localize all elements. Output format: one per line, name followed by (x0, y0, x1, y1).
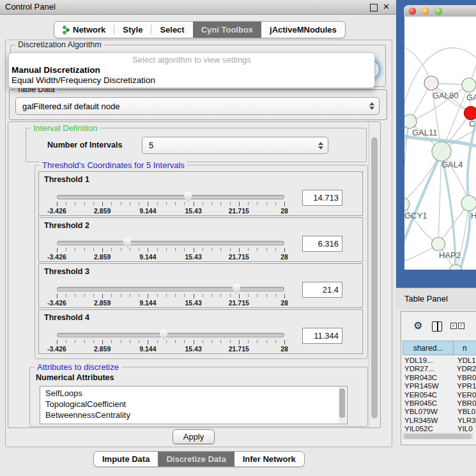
slider-tick-labels: -3.426 2.859 9.144 15.43 21.715 28 (57, 299, 284, 307)
slider-tick-labels: -3.426 2.859 9.144 15.43 21.715 28 (57, 345, 284, 353)
table-rows: YDL19...YDL1 YDR27...YDR2 YBR043CYBR0 YP… (403, 357, 476, 433)
window-close-traffic-icon[interactable] (409, 8, 416, 15)
control-panel-tabbar: Network Style Select Cyni Toolbox jActiv… (54, 21, 346, 38)
window-minimize-traffic-icon[interactable] (422, 8, 429, 15)
threshold-4-slider[interactable]: -3.426 2.859 9.144 15.43 21.715 28 (57, 330, 284, 352)
node-label: H (471, 211, 476, 220)
threshold-2-panel: Threshold 2 -3.426 2.859 9.144 15.43 21.… (38, 217, 363, 262)
network-icon (63, 26, 70, 35)
checkbox-icon[interactable]: ✓ (458, 323, 464, 329)
node-gcy1[interactable] (404, 198, 410, 211)
slider-minor-ticks (57, 340, 284, 343)
threshold-4-panel: Threshold 4 -3.426 2.859 9.144 15.43 21.… (38, 309, 363, 354)
slider-minor-ticks (57, 202, 284, 205)
table-row[interactable]: YBL079WYBL0 (403, 408, 476, 416)
threshold-2-label: Threshold 2 (44, 221, 89, 230)
attributes-list[interactable]: SelfLoops TopologicalCoefficient Between… (40, 386, 348, 424)
node-h[interactable] (461, 196, 476, 211)
settings-scrollbar[interactable] (369, 122, 380, 426)
node-label: C (469, 119, 475, 128)
node-ga[interactable] (462, 78, 476, 92)
list-item[interactable]: TopologicalCoefficient (40, 399, 347, 410)
scrollbar-thumb[interactable] (339, 388, 345, 418)
threshold-1-label: Threshold 1 (44, 175, 89, 184)
table-data-value: galFiltered.sif default node (22, 98, 119, 114)
table-data-combobox[interactable]: galFiltered.sif default node (15, 97, 380, 115)
tab-network[interactable]: Network (54, 22, 114, 38)
node-label: GAL11 (412, 128, 438, 137)
node-gal11[interactable] (404, 114, 417, 128)
slider-thumb-icon[interactable] (160, 330, 168, 340)
float-window-icon[interactable] (370, 4, 378, 12)
threshold-1-panel: Threshold 1 -3.426 2.859 9.144 15.43 21.… (38, 171, 363, 216)
window-zoom-traffic-icon[interactable] (435, 8, 442, 15)
node-label: GAL80 (433, 91, 458, 100)
tab-select[interactable]: Select (151, 22, 192, 38)
popup-option-manual[interactable]: Manual Discretization (12, 65, 100, 75)
tab-cyni-toolbox[interactable]: Cyni Toolbox (193, 22, 261, 38)
slider-thumb-icon[interactable] (233, 284, 241, 294)
number-of-intervals-combobox[interactable]: 5 (142, 137, 328, 154)
bottom-tabbar: Impute Data Discretize Data Infer Networ… (93, 451, 305, 467)
table-row[interactable]: YBR045CYBR0 (403, 399, 476, 408)
threshold-4-label: Threshold 4 (44, 313, 89, 322)
scrollbar-thumb[interactable] (371, 137, 378, 418)
scrollbar-thumb[interactable] (404, 434, 472, 439)
table-panel-titlebar: Table Panel (396, 288, 476, 309)
list-item[interactable]: BetweennessCentrality (40, 410, 347, 420)
network-canvas[interactable]: GAL80 GA C GAL11 GAL4 GCY1 H HAP2 (404, 17, 476, 270)
slider-track[interactable] (57, 241, 284, 245)
number-of-intervals-value: 5 (149, 137, 153, 153)
table-horizontal-scrollbar[interactable] (403, 433, 473, 440)
threshold-3-value-field[interactable]: 21.4 (302, 282, 342, 298)
gear-icon[interactable]: ⚙ (413, 319, 422, 332)
numerical-attributes-label: Numerical Attributes (36, 373, 114, 382)
node-gal80[interactable] (424, 76, 438, 90)
tab-infer-network[interactable]: Infer Network (234, 452, 304, 466)
columns-icon[interactable] (432, 321, 442, 332)
algorithm-group-title: Discretization Algorithm (15, 40, 104, 50)
interval-group-title: Interval Definition (31, 123, 100, 133)
threshold-1-slider[interactable]: -3.426 2.859 9.144 15.43 21.715 28 (57, 192, 284, 214)
table-row[interactable]: YER054CYER0 (403, 391, 476, 399)
control-panel-title: Control Panel (5, 2, 56, 12)
threshold-4-value-field[interactable]: 11.344 (302, 328, 342, 344)
slider-thumb-icon[interactable] (184, 192, 192, 202)
threshold-3-slider[interactable]: -3.426 2.859 9.144 15.43 21.715 28 (57, 284, 284, 306)
tab-jactivemnodules[interactable]: jActiveMNodules (261, 22, 345, 38)
tab-discretize-data[interactable]: Discretize Data (158, 452, 234, 466)
slider-track[interactable] (57, 287, 284, 291)
threshold-2-value-field[interactable]: 6.316 (302, 236, 342, 252)
slider-tick-labels: -3.426 2.859 9.144 15.43 21.715 28 (57, 253, 284, 261)
node-red-selected[interactable] (464, 107, 476, 120)
popup-hint: Select algorithm to view settings (9, 55, 374, 65)
app-root: Control Panel ✕ Network Style Select Cyn… (0, 0, 476, 476)
slider-thumb-icon[interactable] (123, 238, 132, 248)
slider-track[interactable] (57, 195, 284, 199)
column-header-shared[interactable]: shared... (403, 341, 454, 355)
apply-button[interactable]: Apply (173, 429, 215, 444)
table-row[interactable]: YBR043CYBR0 (403, 374, 476, 382)
combo-stepper-icon (318, 142, 323, 150)
list-item[interactable]: SelfLoops (40, 387, 347, 399)
tab-impute-data[interactable]: Impute Data (94, 452, 158, 466)
threshold-2-slider[interactable]: -3.426 2.859 9.144 15.43 21.715 28 (57, 238, 284, 260)
node-gal4[interactable] (432, 142, 451, 161)
checkbox-icon[interactable]: ✓ (450, 323, 457, 329)
thresholds-group-title: Threshold's Coordinates for 5 Intervals (40, 160, 187, 170)
table-row[interactable]: YPR145WYPR1 (403, 382, 476, 390)
column-header-name[interactable]: n (453, 341, 476, 355)
threshold-1-value-field[interactable]: 14.713 (302, 190, 342, 206)
slider-track[interactable] (57, 333, 284, 337)
list-scrollbar[interactable] (339, 387, 346, 423)
table-row[interactable]: YDR27...YDR2 (403, 365, 476, 373)
node-hap2[interactable] (432, 238, 445, 251)
tab-style[interactable]: Style (114, 22, 151, 38)
slider-minor-ticks (57, 294, 284, 297)
close-icon[interactable]: ✕ (383, 2, 390, 12)
table-panel-title: Table Panel (404, 294, 448, 303)
table-row[interactable]: YDL19...YDL1 (403, 357, 476, 365)
popup-option-equal-width[interactable]: Equal Width/Frequency Discretization (12, 75, 155, 85)
algorithm-popup: Select algorithm to view settings Manual… (8, 52, 375, 88)
table-row[interactable]: YLR345WYLR3 (403, 417, 476, 425)
